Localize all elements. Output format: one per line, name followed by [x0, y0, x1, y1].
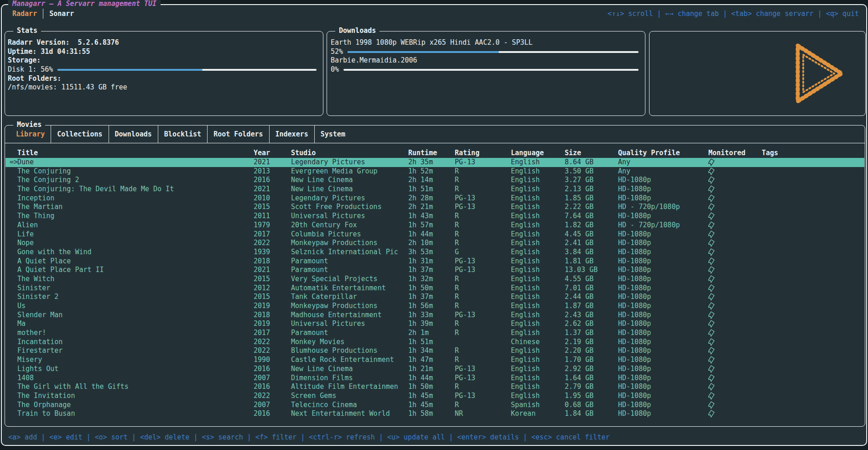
movie-row-the-conjuring-the-devil-made-me-do-it[interactable]: The Conjuring: The Devil Made Me Do It20… — [5, 185, 864, 194]
movie-row-the-orphanage[interactable]: The Orphanage2007Telecinco Cinema1h 45mR… — [5, 401, 864, 410]
cell-monitored — [708, 346, 762, 356]
cell-quality-profile: HD - 720p/1080p — [618, 203, 708, 212]
movie-row-ma[interactable]: Ma2019Universal Pictures1h 39mREnglish2.… — [5, 319, 864, 329]
cell-studio: Tank Caterpillar — [291, 293, 408, 302]
cell-tags — [762, 257, 864, 266]
cell-language: English — [511, 167, 565, 176]
cell-monitored — [708, 392, 762, 401]
cell-title: The Martian — [17, 203, 254, 212]
cell-runtime: 1h 52m — [408, 167, 455, 176]
cell-quality-profile: HD-1080p — [618, 257, 708, 266]
cell-rating: R — [455, 346, 511, 356]
row-selection-arrow — [5, 382, 17, 392]
cell-rating: R — [455, 329, 511, 338]
movies-panel: Movies LibraryCollectionsDownloadsBlockl… — [5, 125, 865, 427]
radarr-version-line: Radarr Version: 5.2.6.8376 — [8, 38, 317, 47]
movie-row-incantation[interactable]: Incantation2022Monkey Movies1h 51mChines… — [5, 338, 864, 347]
cell-runtime: 2h 21m — [408, 203, 455, 212]
cell-tags — [762, 284, 864, 293]
cell-language: English — [511, 302, 565, 311]
cell-monitored — [708, 194, 762, 203]
movie-row-firestarter[interactable]: Firestarter2022Blumhouse Productions1h 3… — [5, 346, 864, 356]
cell-language: Korean — [511, 409, 565, 419]
movie-row-the-conjuring-2[interactable]: The Conjuring 22016New Line Cinema2h 14m… — [5, 176, 864, 185]
cell-language: English — [511, 284, 565, 293]
movie-row-inception[interactable]: Inception2010Legendary Pictures2h 28mPG-… — [5, 194, 864, 203]
movie-row-1408[interactable]: 14082007Dimension Films1h 44mPG-13Englis… — [5, 374, 864, 383]
cell-year: 2018 — [254, 257, 291, 266]
stats-panel: Stats Radarr Version: 5.2.6.8376 Uptime:… — [5, 31, 323, 116]
cell-size: 3.50 GB — [565, 167, 618, 176]
movie-row-the-thing[interactable]: The Thing2011Universal Pictures1h 43mREn… — [5, 212, 864, 221]
cell-rating: NR — [455, 409, 511, 419]
movies-tab-library[interactable]: Library — [10, 130, 51, 138]
movie-row-slender-man[interactable]: Slender Man2018Madhouse Entertainment1h … — [5, 311, 864, 320]
cell-studio: Castle Rock Entertainment — [291, 356, 408, 365]
movies-tab-indexers[interactable]: Indexers — [270, 130, 314, 138]
movie-row-the-girl-with-all-the-gifts[interactable]: The Girl with All the Gifts2016Altitude … — [5, 382, 864, 392]
cell-size: 3.27 GB — [565, 176, 618, 185]
row-selection-arrow — [5, 293, 17, 302]
cell-monitored — [708, 284, 762, 293]
cell-rating: R — [455, 356, 511, 365]
cell-language: English — [511, 221, 565, 230]
cell-size: 4.45 GB — [565, 230, 618, 239]
column-header-runtime: Runtime — [408, 149, 455, 158]
movie-row-nope[interactable]: Nope2022Monkeypaw Productions2h 10mREngl… — [5, 239, 864, 248]
movie-row-the-martian[interactable]: The Martian2015Scott Free Productions2h … — [5, 203, 864, 212]
movies-tab-root-folders[interactable]: Root Folders — [208, 130, 269, 138]
movies-tab-downloads[interactable]: Downloads — [109, 130, 158, 138]
movie-row-gone-with-the-wind[interactable]: Gone with the Wind1939Selznick Internati… — [5, 248, 864, 257]
cell-title: Firestarter — [17, 346, 254, 356]
movie-row-sinister-2[interactable]: Sinister 22015Tank Caterpillar1h 37mREng… — [5, 293, 864, 302]
cell-year: 2012 — [254, 284, 291, 293]
movies-tab-system[interactable]: System — [315, 130, 351, 138]
cell-rating: R — [455, 319, 511, 329]
cell-size: 2.20 GB — [565, 346, 618, 356]
app-title: Managarr – A Servarr management TUI — [8, 0, 161, 8]
movie-row-alien[interactable]: Alien197920th Century Fox1h 57mREnglish1… — [5, 221, 864, 230]
movies-tab-collections[interactable]: Collections — [51, 130, 108, 138]
cell-language: English — [511, 212, 565, 221]
movie-row-life[interactable]: Life2017Columbia Pictures1h 44mREnglish4… — [5, 230, 864, 239]
tab-sonarr[interactable]: Sonarr — [43, 10, 80, 18]
cell-rating: R — [455, 284, 511, 293]
cell-quality-profile: HD-1080p — [618, 284, 708, 293]
tab-radarr[interactable]: Radarr — [6, 10, 43, 18]
movie-row-misery[interactable]: Misery1990Castle Rock Entertainment1h 47… — [5, 356, 864, 365]
cell-studio: Screen Gems — [291, 392, 408, 401]
monitored-bookmark-icon — [708, 392, 715, 400]
cell-tags — [762, 221, 864, 230]
cell-quality-profile: HD-1080p — [618, 319, 708, 329]
movie-row-a-quiet-place[interactable]: A Quiet Place2018Paramount1h 31mPG-13Eng… — [5, 257, 864, 266]
cell-quality-profile: HD-1080p — [618, 266, 708, 275]
movie-row-the-invitation[interactable]: The Invitation2022Screen Gems1h 45mPG-13… — [5, 392, 864, 401]
movie-row-train-to-busan[interactable]: Train to Busan2016Next Entertainment Wor… — [5, 409, 864, 419]
row-selection-arrow — [5, 221, 17, 230]
cell-runtime: 1h 45m — [408, 392, 455, 401]
movies-tab-blocklist[interactable]: Blocklist — [158, 130, 207, 138]
movie-row-the-conjuring[interactable]: The Conjuring2013Evergreen Media Group1h… — [5, 167, 864, 176]
cell-runtime: 2h 35m — [408, 158, 455, 167]
movie-row-mother-[interactable]: mother!2017Paramount2h 1mREnglish1.37 GB… — [5, 329, 864, 338]
cell-quality-profile: HD-1080p — [618, 365, 708, 374]
cell-rating: PG-13 — [455, 158, 511, 167]
row-selection-arrow — [5, 329, 17, 338]
movie-row-sinister[interactable]: Sinister2012Automatik Entertainment1h 50… — [5, 284, 864, 293]
row-selection-arrow — [5, 338, 17, 347]
row-selection-arrow — [5, 392, 17, 401]
cell-year: 2017 — [254, 230, 291, 239]
movie-row-a-quiet-place-part-ii[interactable]: A Quiet Place Part II2021Paramount1h 37m… — [5, 266, 864, 275]
cell-runtime: 1h 57m — [408, 221, 455, 230]
cell-quality-profile: HD-1080p — [618, 329, 708, 338]
monitored-bookmark-icon — [708, 275, 715, 283]
cell-title: The Orphanage — [17, 401, 254, 410]
movie-row-lights-out[interactable]: Lights Out2016New Line Cinema1h 21mPG-13… — [5, 365, 864, 374]
row-selection-arrow — [5, 319, 17, 329]
movie-row-us[interactable]: Us2019Monkeypaw Productions1h 56mREnglis… — [5, 302, 864, 311]
cell-language: English — [511, 230, 565, 239]
row-selection-arrow — [5, 401, 17, 410]
movie-row-dune[interactable]: =>Dune2021Legendary Pictures2h 35mPG-13E… — [5, 158, 864, 167]
movie-row-the-witch[interactable]: The Witch2015Very Special Projects1h 32m… — [5, 275, 864, 284]
cell-runtime: 2h 28m — [408, 194, 455, 203]
